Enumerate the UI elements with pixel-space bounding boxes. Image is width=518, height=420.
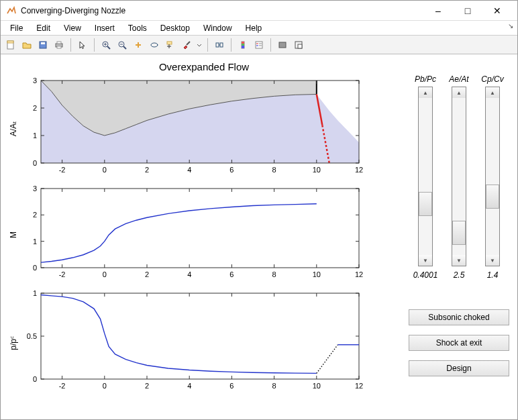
slider-down-arrow-icon[interactable]: ▼ [419, 255, 432, 266]
svg-text:2: 2 [145, 382, 149, 390]
brush-icon[interactable] [179, 38, 194, 52]
svg-text:-2: -2 [59, 382, 66, 390]
svg-text:0: 0 [103, 382, 107, 390]
hide-plot-tools-icon[interactable] [275, 38, 290, 52]
slider-up-arrow-icon[interactable]: ▲ [486, 87, 499, 98]
menu-file[interactable]: File [5, 22, 28, 34]
zoom-out-icon[interactable] [115, 38, 130, 52]
svg-text:1: 1 [33, 132, 37, 140]
slider-body[interactable]: ▲▼ [418, 87, 433, 266]
svg-rect-3 [41, 42, 45, 44]
svg-point-14 [151, 43, 158, 47]
svg-rect-24 [242, 44, 244, 46]
svg-rect-1 [7, 41, 13, 43]
brush-dropdown-icon[interactable] [195, 38, 203, 52]
slider-aeat[interactable]: Ae/At▲▼2.5 [446, 74, 472, 280]
slider-label: Cp/Cv [481, 74, 503, 84]
ylabel-mach: M [9, 231, 21, 238]
button-design[interactable]: Design [409, 360, 509, 376]
svg-rect-33 [298, 44, 302, 48]
rotate-3d-icon[interactable] [147, 38, 162, 52]
svg-rect-5 [57, 42, 61, 44]
slider-value: 1.4 [487, 270, 499, 280]
pan-icon[interactable] [131, 38, 146, 52]
menu-view[interactable]: View [58, 22, 87, 34]
slider-pbpc[interactable]: Pb/Pc▲▼0.4001 [412, 74, 439, 280]
figure-title: Overexpanded Flow [9, 61, 399, 72]
toolbar-separator [207, 38, 208, 52]
svg-text:10: 10 [313, 166, 321, 174]
toolbar-separator [70, 38, 71, 52]
insert-legend-icon[interactable] [252, 38, 266, 52]
svg-rect-74 [41, 189, 359, 268]
menu-insert[interactable]: Insert [89, 22, 120, 34]
open-file-icon[interactable] [19, 38, 34, 52]
window-title: Converging-Diverging Nozzle [21, 6, 423, 15]
slider-thumb[interactable] [419, 192, 432, 216]
slider-up-arrow-icon[interactable]: ▲ [419, 87, 432, 98]
svg-text:-2: -2 [59, 270, 66, 278]
menu-desktop[interactable]: Desktop [155, 22, 195, 34]
slider-down-arrow-icon[interactable]: ▼ [486, 255, 499, 266]
svg-text:4: 4 [187, 382, 191, 390]
svg-text:2: 2 [33, 104, 37, 112]
svg-text:2: 2 [145, 166, 149, 174]
zoom-in-icon[interactable] [99, 38, 113, 52]
svg-text:10: 10 [313, 270, 321, 278]
menu-edit[interactable]: Edit [31, 22, 56, 34]
svg-text:6: 6 [229, 166, 234, 174]
maximize-button[interactable]: □ [453, 1, 482, 20]
titlebar: Converging-Diverging Nozzle – □ ✕ [1, 1, 517, 21]
insert-colorbar-icon[interactable] [236, 38, 250, 52]
menubar: File Edit View Insert Tools Desktop Wind… [1, 21, 517, 36]
axes-pressure[interactable]: p/pᶜ 00.51-2024681012 [9, 289, 399, 397]
slider-thumb[interactable] [452, 221, 466, 245]
toolbar-separator [94, 38, 95, 52]
save-icon[interactable] [36, 38, 50, 52]
pointer-icon[interactable] [75, 38, 90, 52]
slider-thumb[interactable] [486, 185, 499, 209]
svg-line-18 [187, 42, 190, 45]
svg-rect-15 [167, 42, 172, 44]
svg-text:0: 0 [33, 264, 37, 272]
svg-text:4: 4 [187, 270, 191, 278]
slider-up-arrow-icon[interactable]: ▲ [452, 87, 466, 98]
axes-mach[interactable]: M 0123-2024681012 [9, 185, 399, 285]
slider-body[interactable]: ▲▼ [452, 87, 466, 266]
svg-text:0: 0 [33, 159, 37, 167]
svg-text:6: 6 [229, 382, 234, 390]
dock-figure-icon[interactable] [291, 38, 306, 52]
slider-row: Pb/Pc▲▼0.4001Ae/At▲▼2.5Cp/Cv▲▼1.4 [409, 74, 509, 280]
menu-help[interactable]: Help [240, 22, 268, 34]
minimize-button[interactable]: – [423, 1, 453, 20]
svg-text:0: 0 [33, 375, 37, 383]
button-shock-at-exit[interactable]: Shock at exit [409, 335, 509, 351]
menu-tools[interactable]: Tools [123, 22, 152, 34]
svg-text:12: 12 [355, 382, 363, 390]
svg-text:8: 8 [272, 166, 276, 174]
slider-value: 2.5 [454, 270, 465, 280]
data-cursor-icon[interactable] [163, 38, 178, 52]
menu-window[interactable]: Window [198, 22, 238, 34]
svg-text:0: 0 [103, 166, 107, 174]
link-plots-icon[interactable] [212, 38, 227, 52]
slider-body[interactable]: ▲▼ [485, 87, 500, 266]
svg-text:1: 1 [33, 238, 37, 246]
svg-text:0.5: 0.5 [27, 332, 37, 340]
print-icon[interactable] [52, 38, 66, 52]
slider-track[interactable] [419, 98, 432, 255]
svg-text:1: 1 [33, 289, 37, 297]
axes-area-ratio[interactable]: A/Aₜ 0123-2024681012 [9, 76, 399, 180]
slider-track[interactable] [486, 98, 499, 255]
slider-cpcv[interactable]: Cp/Cv▲▼1.4 [479, 74, 506, 280]
svg-text:12: 12 [355, 270, 363, 278]
figure-toolbar [1, 36, 517, 54]
svg-text:2: 2 [145, 270, 149, 278]
new-file-icon[interactable] [3, 38, 18, 52]
slider-down-arrow-icon[interactable]: ▼ [452, 255, 466, 266]
toolbar-expander-icon[interactable]: ↘ [508, 22, 513, 30]
close-button[interactable]: ✕ [482, 1, 512, 20]
toolbar-separator [231, 38, 231, 52]
button-subsonic-choked[interactable]: Subsonic choked [409, 309, 509, 325]
slider-track[interactable] [452, 98, 466, 255]
